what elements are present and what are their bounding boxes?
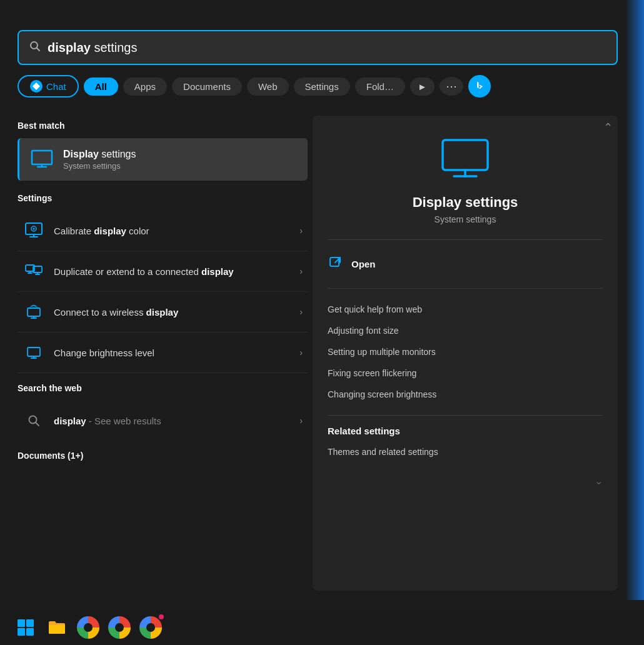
divider-2 bbox=[328, 288, 603, 289]
chrome-button-2[interactable] bbox=[106, 614, 133, 641]
help-flickering-text: Fixing screen flickering bbox=[328, 368, 416, 378]
taskbar bbox=[0, 610, 644, 645]
windows-button[interactable] bbox=[13, 614, 39, 641]
help-monitors-text: Setting up multiple monitors bbox=[328, 347, 436, 357]
svg-rect-24 bbox=[443, 140, 488, 170]
chrome-badge-dot bbox=[158, 613, 165, 621]
best-match-title-rest: settings bbox=[99, 149, 136, 159]
get-quick-help-text: Get quick help from web bbox=[328, 304, 422, 314]
calibrate-chevron: › bbox=[299, 226, 303, 236]
settings-item-wireless[interactable]: Connect to a wireless display › bbox=[18, 292, 308, 332]
right-edge-decoration bbox=[625, 0, 644, 600]
duplicate-chevron: › bbox=[299, 266, 303, 276]
tab-play[interactable]: ► bbox=[410, 78, 435, 96]
tab-settings[interactable]: Settings bbox=[294, 78, 350, 96]
tab-all-label: All bbox=[95, 81, 107, 92]
scroll-up-button[interactable]: ⌃ bbox=[603, 121, 613, 134]
tab-all[interactable]: All bbox=[84, 78, 118, 96]
tab-settings-label: Settings bbox=[305, 81, 339, 92]
wireless-icon bbox=[23, 301, 45, 323]
tab-documents-label: Documents bbox=[183, 81, 231, 92]
help-item-monitors[interactable]: Setting up multiple monitors bbox=[328, 341, 603, 362]
right-scroll-area: Display settings System settings Open bbox=[313, 116, 618, 591]
tab-folders[interactable]: Fold… bbox=[355, 78, 405, 96]
help-item-brightness[interactable]: Changing screen brightness bbox=[328, 384, 603, 405]
tab-chat-label: Chat bbox=[46, 81, 66, 92]
chat-icon bbox=[30, 80, 43, 92]
settings-item-calibrate[interactable]: Calibrate display color › bbox=[18, 211, 308, 251]
chrome-icon-2 bbox=[108, 616, 131, 639]
svg-rect-30 bbox=[26, 619, 34, 627]
right-panel: ⌃ Display settings System settings bbox=[313, 116, 618, 591]
tab-chat[interactable]: Chat bbox=[18, 75, 79, 98]
wireless-text: Connect to a wireless display bbox=[54, 307, 291, 318]
help-font-text: Adjusting font size bbox=[328, 326, 399, 336]
svg-line-1 bbox=[37, 48, 40, 51]
duplicate-icon bbox=[23, 260, 45, 282]
file-explorer-button[interactable] bbox=[44, 614, 70, 641]
svg-point-9 bbox=[33, 228, 35, 230]
get-quick-help-item[interactable]: Get quick help from web bbox=[328, 299, 603, 320]
tab-documents[interactable]: Documents bbox=[172, 78, 242, 96]
web-search-item[interactable]: display - See web results › bbox=[18, 401, 308, 441]
best-match-item[interactable]: Display settings System settings bbox=[18, 138, 308, 181]
calibrate-icon bbox=[23, 219, 45, 242]
result-title: Display settings bbox=[413, 194, 518, 211]
tab-apps[interactable]: Apps bbox=[123, 78, 167, 96]
help-brightness-text: Changing screen brightness bbox=[328, 389, 436, 399]
related-themes-item[interactable]: Themes and related settings bbox=[328, 441, 603, 462]
display-settings-icon bbox=[29, 147, 54, 172]
settings-item-brightness[interactable]: Change brightness level › bbox=[18, 332, 308, 373]
brightness-chevron: › bbox=[299, 348, 303, 358]
related-themes-text: Themes and related settings bbox=[328, 447, 438, 457]
main-window: display settings Chat All Apps Documents bbox=[0, 0, 644, 645]
scroll-down-icon: ⌄ bbox=[595, 475, 603, 487]
svg-rect-33 bbox=[49, 625, 65, 634]
divider-1 bbox=[328, 239, 603, 240]
search-icon bbox=[29, 40, 41, 56]
bing-icon[interactable] bbox=[468, 75, 491, 98]
left-panel: Best match Display settings System setti… bbox=[18, 116, 313, 591]
related-settings-label: Related settings bbox=[328, 426, 603, 436]
wireless-chevron: › bbox=[299, 307, 303, 317]
tab-folders-label: Fold… bbox=[366, 81, 394, 92]
result-subtitle: System settings bbox=[435, 214, 496, 224]
open-label: Open bbox=[351, 259, 375, 269]
divider-3 bbox=[328, 415, 603, 416]
search-text: display settings bbox=[48, 41, 137, 55]
result-header: Display settings System settings bbox=[328, 134, 603, 224]
result-app-icon bbox=[440, 134, 490, 184]
search-bar[interactable]: display settings bbox=[18, 30, 618, 65]
help-item-flickering[interactable]: Fixing screen flickering bbox=[328, 362, 603, 384]
best-match-subtitle: System settings bbox=[63, 161, 136, 171]
chrome-button-1[interactable] bbox=[75, 614, 101, 641]
web-search-chevron: › bbox=[299, 416, 303, 426]
brightness-icon bbox=[23, 341, 45, 364]
open-icon bbox=[328, 256, 343, 272]
tab-more[interactable]: ⋯ bbox=[440, 77, 463, 96]
best-match-text: Display settings System settings bbox=[63, 149, 136, 171]
svg-rect-32 bbox=[26, 628, 34, 636]
play-icon: ► bbox=[418, 81, 427, 92]
content-area: Best match Display settings System setti… bbox=[18, 116, 618, 591]
svg-rect-19 bbox=[28, 348, 40, 356]
calibrate-text: Calibrate display color bbox=[54, 226, 291, 236]
tab-web[interactable]: Web bbox=[247, 78, 289, 96]
brightness-text: Change brightness level bbox=[54, 348, 291, 358]
tab-web-label: Web bbox=[258, 81, 278, 92]
help-item-font[interactable]: Adjusting font size bbox=[328, 320, 603, 341]
settings-section-label: Settings bbox=[18, 193, 308, 203]
svg-line-23 bbox=[36, 422, 39, 426]
web-search-text: display - See web results bbox=[54, 416, 291, 426]
svg-rect-16 bbox=[28, 308, 40, 316]
best-match-label: Best match bbox=[18, 121, 308, 131]
documents-label: Documents (1+) bbox=[18, 451, 308, 461]
tab-apps-label: Apps bbox=[134, 81, 156, 92]
svg-rect-31 bbox=[18, 628, 25, 636]
open-action[interactable]: Open bbox=[328, 250, 603, 278]
chrome-button-3[interactable] bbox=[138, 614, 164, 641]
settings-item-duplicate[interactable]: Duplicate or extend to a connected displ… bbox=[18, 251, 308, 292]
filter-tabs: Chat All Apps Documents Web Settings Fol… bbox=[18, 75, 491, 98]
svg-rect-2 bbox=[32, 151, 52, 164]
svg-rect-27 bbox=[330, 258, 339, 266]
